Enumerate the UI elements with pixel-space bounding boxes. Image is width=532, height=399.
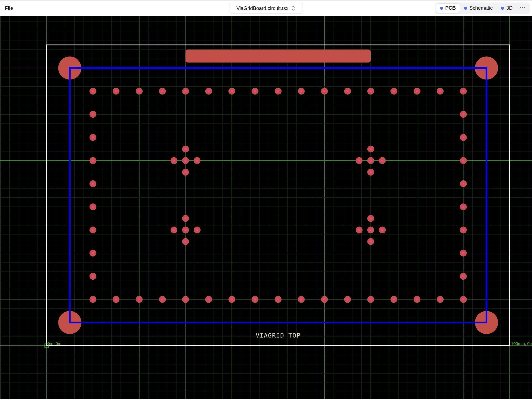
tab-schematic-label: Schematic [469,5,493,11]
tab-schematic[interactable]: Schematic [460,4,497,13]
via-hole [161,90,163,92]
via-hole [196,159,198,162]
via-hole [358,159,360,162]
via-hole [185,217,187,220]
via-hole [370,298,372,300]
via-hole [323,90,326,92]
via-hole [92,275,94,277]
via-hole [462,206,464,208]
tab-pcb-label: PCB [445,5,456,11]
via-hole [185,90,187,92]
via-hole [300,298,302,300]
via-hole [254,90,256,92]
via-hole [115,90,117,92]
via-hole [393,90,395,92]
schematic-tab-dot-icon [464,7,467,10]
via-hole [92,182,94,185]
via-hole [462,275,464,277]
via-hole [358,229,360,231]
via-hole [92,136,94,138]
file-selector-dropdown[interactable]: ViaGridBoard.circuit.tsx [229,3,303,14]
via-hole [138,90,140,92]
silkscreen-text: VIAGRID TOP [256,332,301,339]
via-hole [196,229,198,231]
via-hole [370,148,372,150]
via-hole [370,171,372,173]
3d-tab-dot-icon [501,7,504,10]
via-hole [370,159,372,162]
file-selector-value: ViaGridBoard.circuit.tsx [236,5,288,11]
via-hole [231,90,233,92]
via-hole [92,206,94,208]
via-hole [185,240,187,243]
via-hole [346,90,349,92]
origin-coordinate-label: 0m, 0m [47,341,61,346]
via-hole [300,90,302,92]
via-hole [92,252,94,254]
via-hole [92,159,94,162]
via-hole [208,90,210,92]
via-hole [92,298,94,300]
via-hole [254,298,256,300]
tab-3d-label: 3D [506,5,513,11]
via-hole [370,229,372,231]
via-hole [370,217,372,220]
via-hole [185,229,187,231]
tab-3d[interactable]: 3D [497,4,516,13]
pcb-drawing: 0m, 0m100mm, 0mVIAGRID TOP [0,16,532,399]
via-hole [323,298,326,300]
via-hole [439,298,441,300]
via-hole [277,90,279,92]
via-hole [462,182,464,185]
app-window: File ViaGridBoard.circuit.tsx PCB Schema… [0,0,532,399]
via-hole [381,229,383,231]
via-hole [185,298,187,300]
via-hole [393,298,395,300]
via-hole [138,298,140,300]
pcb-canvas[interactable]: 0m, 0m100mm, 0mVIAGRID TOP [0,16,532,399]
via-hole [462,252,464,254]
via-hole [370,240,372,243]
chevron-up-down-icon [291,5,296,11]
via-hole [185,159,187,162]
via-hole [231,298,233,300]
via-hole [161,298,163,300]
tab-pcb[interactable]: PCB [436,4,460,13]
via-hole [115,298,117,300]
view-mode-switcher: PCB Schematic 3D ⋯ [435,2,530,14]
via-hole [439,90,441,92]
via-hole [92,90,94,92]
ellipsis-icon: ⋯ [519,4,526,10]
via-hole [208,298,210,300]
more-options-button[interactable]: ⋯ [517,4,528,13]
toolbar: File ViaGridBoard.circuit.tsx PCB Schema… [0,0,532,16]
via-hole [173,229,175,231]
via-hole [92,113,94,115]
via-hole [462,298,464,300]
top-bar-pad[interactable] [186,50,371,63]
file-menu-button[interactable]: File [5,6,13,11]
pcb-tab-dot-icon [440,7,443,10]
via-hole [462,159,464,162]
via-hole [185,171,187,173]
via-hole [370,90,372,92]
via-hole [381,159,383,162]
via-hole [185,148,187,150]
via-hole [462,90,464,92]
via-hole [462,136,464,138]
via-hole [462,113,464,115]
via-hole [462,229,464,231]
via-hole [173,159,175,162]
via-hole [277,298,279,300]
via-hole [416,90,418,92]
via-hole [92,229,94,231]
via-hole [416,298,418,300]
via-hole [346,298,349,300]
extent-coordinate-label: 100mm, 0m [511,341,532,346]
